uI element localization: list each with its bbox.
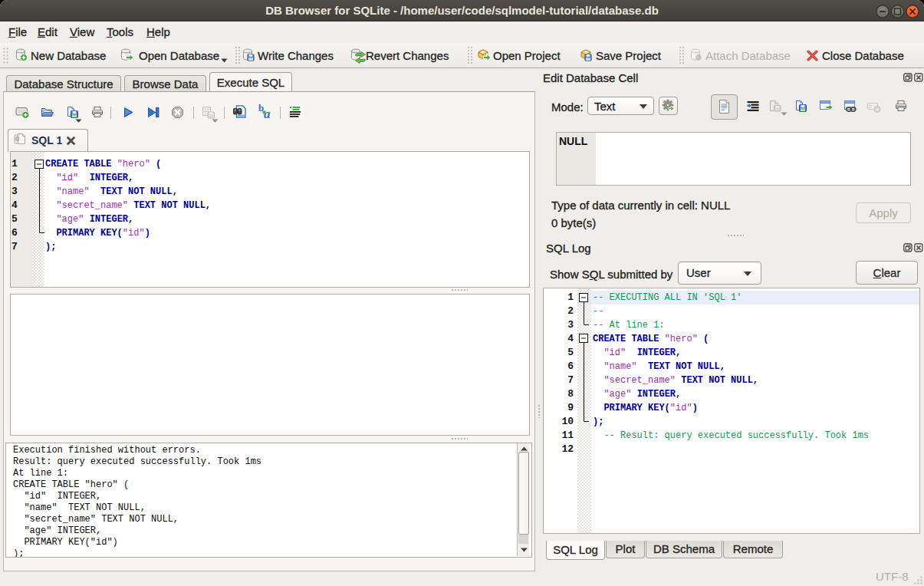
svg-text:a: a (264, 107, 271, 119)
